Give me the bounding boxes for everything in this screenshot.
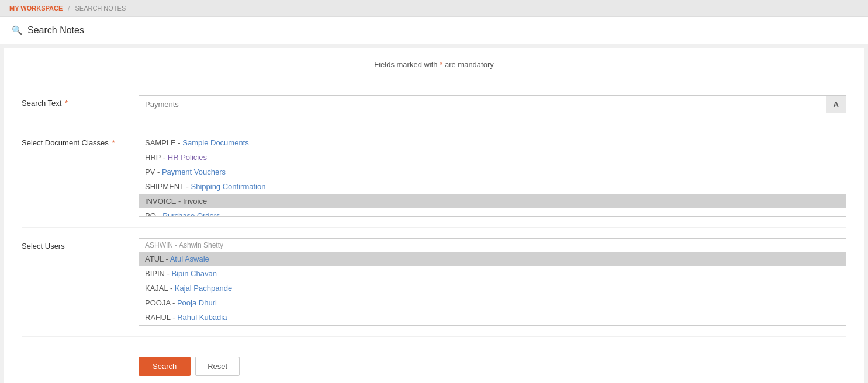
font-button[interactable]: A bbox=[826, 96, 846, 113]
document-classes-control: SAMPLE - Sample Documents HRP - HR Polic… bbox=[139, 135, 846, 217]
search-button[interactable]: Search bbox=[139, 357, 191, 376]
reset-button[interactable]: Reset bbox=[195, 357, 240, 376]
select-users-label: Select Users bbox=[22, 238, 139, 250]
page-title: Search Notes bbox=[27, 25, 84, 36]
doc-classes-required: * bbox=[110, 138, 115, 147]
select-users-row: Select Users ASHWIN - Ashwin Shetty ATUL… bbox=[22, 238, 846, 337]
document-classes-listbox[interactable]: SAMPLE - Sample Documents HRP - HR Polic… bbox=[139, 135, 846, 217]
mandatory-note: Fields marked with * are mandatory bbox=[22, 60, 846, 69]
list-item-kajal[interactable]: KAJAL - Kajal Pachpande bbox=[139, 281, 846, 295]
select-users-control: ASHWIN - Ashwin Shetty ATUL - Atul Aswal… bbox=[139, 238, 846, 326]
list-item[interactable]: PV - Payment Vouchers bbox=[139, 165, 846, 179]
list-item-ashwin[interactable]: ASHWIN - Ashwin Shetty bbox=[139, 239, 846, 252]
mandatory-asterisk: * bbox=[440, 60, 442, 69]
breadcrumb: MY WORKSPACE / SEARCH NOTES bbox=[0, 0, 868, 17]
document-classes-label: Select Document Classes * bbox=[22, 135, 139, 147]
list-item-atul[interactable]: ATUL - Atul Aswale bbox=[139, 252, 846, 266]
breadcrumb-separator: / bbox=[68, 5, 70, 12]
form-section: Search Text * Payments A Select Document… bbox=[22, 83, 846, 337]
breadcrumb-current: SEARCH NOTES bbox=[75, 5, 126, 12]
button-row: Search Reset bbox=[22, 347, 846, 376]
list-item[interactable]: PO - Purchase Orders bbox=[139, 208, 846, 217]
page-header: 🔍 Search Notes bbox=[0, 17, 868, 44]
search-text-input-wrap: Payments A bbox=[139, 95, 846, 113]
search-icon: 🔍 bbox=[12, 25, 23, 36]
list-item-invoice[interactable]: INVOICE - Invoice bbox=[139, 194, 846, 208]
list-item-ramesh[interactable]: RAMESH - Ramesh Shah bbox=[139, 325, 846, 326]
search-text-label: Search Text * bbox=[22, 95, 139, 107]
search-text-required: * bbox=[63, 99, 68, 107]
list-item[interactable]: SHIPMENT - Shipping Confirmation bbox=[139, 179, 846, 194]
list-item-pooja[interactable]: POOJA - Pooja Dhuri bbox=[139, 295, 846, 310]
list-item-rahul[interactable]: RAHUL - Rahul Kubadia bbox=[139, 310, 846, 325]
list-item[interactable]: SAMPLE - Sample Documents bbox=[139, 135, 846, 150]
main-content: Fields marked with * are mandatory Searc… bbox=[4, 48, 864, 383]
search-text-control: Payments A bbox=[139, 95, 846, 113]
search-text-input[interactable]: Payments bbox=[139, 96, 826, 113]
users-listbox[interactable]: ASHWIN - Ashwin Shetty ATUL - Atul Aswal… bbox=[139, 238, 846, 326]
search-text-row: Search Text * Payments A bbox=[22, 95, 846, 124]
document-classes-row: Select Document Classes * SAMPLE - Sampl… bbox=[22, 135, 846, 228]
list-item[interactable]: HRP - HR Policies bbox=[139, 150, 846, 165]
list-item-bipin[interactable]: BIPIN - Bipin Chavan bbox=[139, 266, 846, 281]
breadcrumb-workspace[interactable]: MY WORKSPACE bbox=[9, 5, 63, 12]
